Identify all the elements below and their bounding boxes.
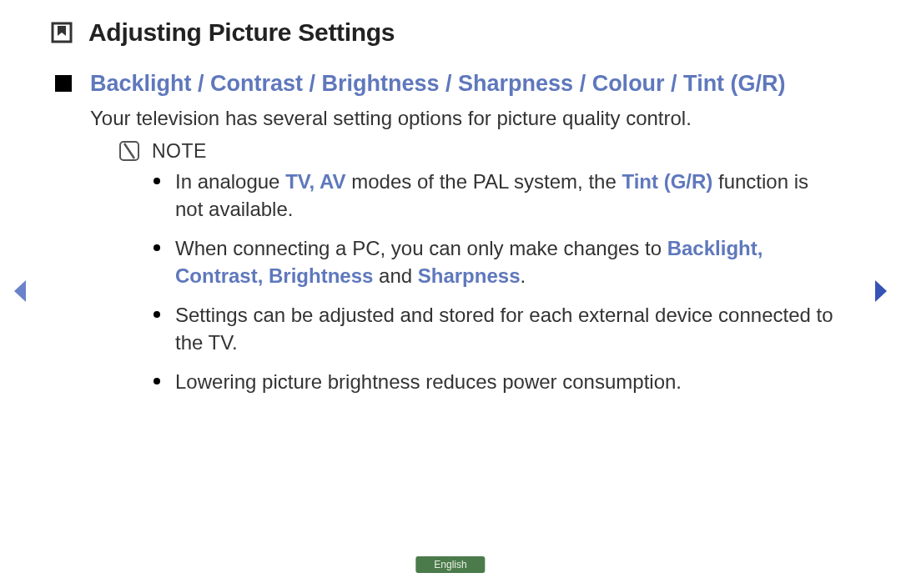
svg-marker-2 xyxy=(14,280,26,302)
note-bullets: In analogue TV, AV modes of the PAL syst… xyxy=(50,168,851,396)
language-pill[interactable]: English xyxy=(415,556,485,573)
title-row: Adjusting Picture Settings xyxy=(50,18,851,47)
bookmark-icon xyxy=(50,21,73,44)
section-heading: Backlight / Contrast / Brightness / Shar… xyxy=(90,70,786,98)
bullet-item: When connecting a PC, you can only make … xyxy=(175,234,851,289)
intro-text: Your television has several setting opti… xyxy=(50,107,851,130)
highlight-tint: Tint (G/R) xyxy=(622,170,712,193)
highlight-tv-av: TV, AV xyxy=(285,170,345,193)
svg-marker-3 xyxy=(875,280,887,302)
note-label: NOTE xyxy=(152,140,207,163)
nav-prev-button[interactable] xyxy=(12,279,28,304)
note-row: NOTE xyxy=(50,140,851,163)
bullet-item: In analogue TV, AV modes of the PAL syst… xyxy=(175,168,851,223)
note-icon xyxy=(118,140,140,162)
bullet-item: Settings can be adjusted and stored for … xyxy=(175,301,851,356)
square-bullet-icon xyxy=(55,75,72,92)
highlight-sharpness: Sharpness xyxy=(418,264,521,287)
nav-next-button[interactable] xyxy=(873,279,889,304)
page-title: Adjusting Picture Settings xyxy=(88,18,395,47)
bullet-item: Lowering picture brightness reduces powe… xyxy=(175,368,851,395)
section-row: Backlight / Contrast / Brightness / Shar… xyxy=(50,70,851,98)
